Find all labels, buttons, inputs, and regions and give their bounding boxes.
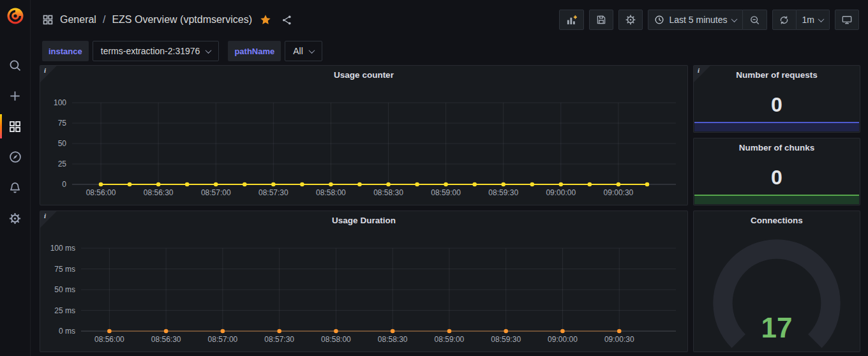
chunks-stat-value: 0 <box>771 166 782 189</box>
usage-duration-chart[interactable]: 0 ms25 ms50 ms75 ms100 ms08:56:0008:56:3… <box>43 229 685 349</box>
panel-info-corner[interactable] <box>694 66 710 82</box>
clock-icon <box>654 15 664 25</box>
svg-text:75 ms: 75 ms <box>54 265 75 274</box>
svg-text:08:56:00: 08:56:00 <box>86 188 116 197</box>
svg-text:08:59:00: 08:59:00 <box>431 188 461 197</box>
panel-number-of-chunks: Number of chunks 0 <box>693 138 860 205</box>
star-icon <box>260 14 271 26</box>
time-range-picker[interactable]: Last 5 minutes <box>648 10 742 30</box>
grafana-flame-icon <box>6 6 25 26</box>
chevron-down-icon <box>308 47 315 54</box>
svg-text:08:57:30: 08:57:30 <box>264 335 294 344</box>
svg-text:50: 50 <box>58 139 67 148</box>
variable-label-instance[interactable]: instance <box>42 41 89 61</box>
panel-info-corner[interactable] <box>40 66 57 82</box>
variable-value-pathname: All <box>293 46 303 56</box>
variable-picker-instance[interactable]: terms-extraction-2:31976 <box>93 41 220 61</box>
svg-text:08:58:30: 08:58:30 <box>378 335 408 344</box>
refresh-interval-label: 1m <box>802 15 814 25</box>
refresh-button[interactable] <box>772 10 797 30</box>
gear-icon <box>8 212 22 225</box>
sidebar-item-dashboards[interactable] <box>0 111 30 142</box>
refresh-icon <box>779 15 789 26</box>
panel-title-usage-duration[interactable]: Usage Duration <box>40 211 687 229</box>
connections-gauge-value: 17 <box>694 312 860 344</box>
refresh-controls: 1m <box>772 10 830 30</box>
usage-counter-chart[interactable]: 025507510008:56:0008:56:3008:57:0008:57:… <box>43 84 685 202</box>
share-dashboard-button[interactable] <box>281 15 292 26</box>
chevron-down-icon <box>206 47 212 54</box>
save-icon <box>595 14 607 26</box>
gear-icon <box>625 14 636 26</box>
panel-usage-duration: i Usage Duration 0 ms25 ms50 ms75 ms100 … <box>40 211 688 352</box>
panel-title-connections[interactable]: Connections <box>694 211 860 229</box>
time-controls: Last 5 minutes <box>648 10 767 30</box>
svg-text:08:59:00: 08:59:00 <box>435 335 465 344</box>
requests-sparkline <box>694 122 859 131</box>
svg-text:08:58:00: 08:58:00 <box>321 335 351 344</box>
sidebar-menu <box>0 50 30 234</box>
sidebar <box>0 0 31 356</box>
refresh-interval-picker[interactable]: 1m <box>797 10 830 30</box>
bell-icon <box>8 181 22 195</box>
top-nav: General / EZS Overview (vptdmservices) <box>31 0 868 40</box>
zoom-out-icon <box>749 15 760 26</box>
grafana-logo[interactable] <box>0 0 30 40</box>
svg-text:75: 75 <box>58 119 67 128</box>
svg-text:09:00:00: 09:00:00 <box>548 335 578 344</box>
svg-text:08:56:00: 08:56:00 <box>94 335 124 344</box>
chevron-down-icon <box>731 16 737 22</box>
variable-picker-pathname[interactable]: All <box>285 41 322 61</box>
panel-number-of-requests: i Number of requests 0 <box>693 65 860 133</box>
breadcrumb: General / EZS Overview (vptdmservices) <box>42 14 292 26</box>
add-panel-button[interactable] <box>559 10 584 30</box>
sidebar-item-configuration[interactable] <box>0 203 30 234</box>
chunks-sparkline <box>694 195 859 204</box>
svg-text:0 ms: 0 ms <box>59 327 75 336</box>
time-range-label: Last 5 minutes <box>669 15 727 25</box>
breadcrumb-dashboard-title[interactable]: EZS Overview (vptdmservices) <box>112 14 252 26</box>
monitor-icon <box>841 14 853 26</box>
chevron-down-icon <box>818 16 825 22</box>
sidebar-item-explore[interactable] <box>0 142 30 172</box>
compass-icon <box>8 150 22 164</box>
add-panel-icon <box>565 14 578 26</box>
plus-icon <box>8 89 22 103</box>
svg-text:08:58:30: 08:58:30 <box>373 188 403 197</box>
sidebar-item-create[interactable] <box>0 80 30 111</box>
panel-title-number-of-chunks[interactable]: Number of chunks <box>694 138 860 156</box>
svg-text:25 ms: 25 ms <box>54 306 75 315</box>
main-area: General / EZS Overview (vptdmservices) <box>31 0 868 352</box>
sidebar-item-alerting[interactable] <box>0 172 30 203</box>
svg-text:08:59:30: 08:59:30 <box>491 335 521 344</box>
svg-text:08:56:30: 08:56:30 <box>144 188 174 197</box>
dashboard-settings-button[interactable] <box>618 10 643 30</box>
zoom-out-time-button[interactable] <box>743 10 767 30</box>
svg-text:09:00:30: 09:00:30 <box>604 335 634 344</box>
svg-text:09:00:30: 09:00:30 <box>604 188 634 197</box>
breadcrumb-section[interactable]: General <box>60 14 96 26</box>
apps-icon <box>8 120 22 133</box>
svg-text:25: 25 <box>58 159 67 168</box>
requests-stat-value: 0 <box>771 93 782 117</box>
dashboard-toolbar: Last 5 minutes 1m <box>559 10 859 30</box>
sidebar-item-search[interactable] <box>0 50 30 80</box>
favorite-star-button[interactable] <box>260 14 271 26</box>
svg-text:50 ms: 50 ms <box>54 285 75 294</box>
svg-text:0: 0 <box>62 180 66 189</box>
cycle-view-mode-button[interactable] <box>835 10 859 30</box>
panel-title-usage-counter[interactable]: Usage counter <box>40 66 687 84</box>
panel-info-corner[interactable] <box>40 211 57 228</box>
svg-text:08:56:30: 08:56:30 <box>151 335 181 344</box>
svg-text:08:57:30: 08:57:30 <box>258 188 288 197</box>
variable-label-pathname[interactable]: pathName <box>228 41 281 61</box>
panel-connections: Connections 17 <box>693 211 860 352</box>
stats-column: i Number of requests 0 Number of chunks … <box>693 65 860 205</box>
svg-text:08:58:00: 08:58:00 <box>316 188 346 197</box>
svg-text:08:59:30: 08:59:30 <box>488 188 518 197</box>
dashboard-variables-bar: instance terms-extraction-2:31976 pathNa… <box>31 40 868 63</box>
save-dashboard-button[interactable] <box>589 10 613 30</box>
variable-value-instance: terms-extraction-2:31976 <box>101 46 200 56</box>
svg-text:08:57:00: 08:57:00 <box>201 188 231 197</box>
panel-title-number-of-requests[interactable]: Number of requests <box>694 66 860 84</box>
